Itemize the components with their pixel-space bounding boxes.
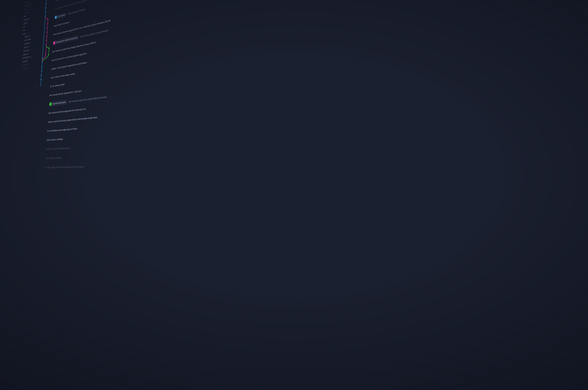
ref-label: origin/slot-optimization: [52, 101, 66, 105]
tag-icon: [55, 15, 57, 19]
ref-label: v2.6.0-beta.2: [57, 13, 65, 18]
commit-row[interactable]: chore: update comment: [31, 152, 157, 161]
commit-message: test: fix tests in IE/Edge: [47, 138, 63, 142]
tree-item-label: .gitignore: [23, 53, 28, 56]
commit-message: test: test cases for v-on/v-bind dynamic…: [52, 52, 87, 62]
tag-badge[interactable]: v2.6.0-beta.2: [54, 12, 67, 20]
tree-item-label: types: [23, 32, 26, 35]
chevron-right-icon: ▸: [24, 6, 24, 7]
chevron-right-icon: ▸: [22, 27, 23, 28]
chevron-right-icon: ▸: [23, 13, 24, 14]
chevron-right-icon: ▸: [23, 9, 24, 11]
commit-message: chore: update comment: [46, 156, 62, 160]
commit-row[interactable]: refactor: simplify timestamp check: [32, 141, 158, 152]
git-history: build: build 2.6.0-beta.2build: fix feat…: [34, 0, 164, 117]
commit-node[interactable]: [46, 40, 47, 41]
commit-node[interactable]: [41, 66, 42, 67]
git-branch-icon: [53, 41, 55, 45]
blank-icon: [22, 44, 23, 45]
commit-side-message: perf: improve scoped slots change detect…: [69, 96, 107, 103]
commit-side-message: build: release 2.6.0-beta.2: [68, 8, 86, 15]
git-branch-icon: [49, 102, 52, 106]
chevron-right-icon: ▸: [24, 2, 25, 4]
commit-message: fix: async edge case fix should apply to…: [45, 165, 84, 169]
commit-node[interactable]: [41, 75, 42, 76]
commit-message: feat: dynamic directive arguments for v-…: [48, 108, 86, 115]
commit-message: feat: handle dynamic argument for v-bind…: [49, 90, 82, 97]
chevron-right-icon: ▸: [22, 30, 23, 32]
tree-item-label: src: [23, 26, 25, 28]
blank-icon: [22, 55, 22, 55]
commit-node[interactable]: [45, 7, 46, 9]
commit-message: refactor: extend dom-props update skip t…: [48, 116, 97, 123]
app-window: ▸.github▸benchmarks▸dist▸examples▸flow▸p…: [14, 0, 164, 119]
blank-icon: [21, 66, 22, 66]
commit-row[interactable]: fix: async edge case fix should apply to…: [30, 163, 157, 170]
chevron-right-icon: ▸: [23, 16, 24, 18]
chevron-right-icon: ▸: [23, 20, 23, 21]
commit-message: fix: fix middle modifier: [50, 83, 65, 88]
tree-item-label: flow: [24, 15, 26, 18]
tree-item-label: README.md: [22, 66, 30, 70]
commit-node[interactable]: [45, 15, 46, 17]
chevron-right-icon: ▸: [22, 34, 22, 35]
commit-node[interactable]: [49, 48, 50, 49]
tree-item-label: test: [23, 29, 25, 32]
commit-message: refactor: simplify timestamp check: [46, 147, 70, 150]
commit-message: build: build 2.6.0-beta.2: [54, 21, 70, 27]
commit-node[interactable]: [46, 31, 47, 33]
tree-item-label: LICENSE: [22, 60, 28, 63]
commit-message: refactor: v-bind dynamic arguments use b…: [51, 61, 87, 70]
commit-side-message: feat: dynamic args for custom directives: [80, 29, 109, 38]
tree-item-label: dist: [24, 8, 27, 11]
branch-badge[interactable]: origin/slot-optimization: [49, 100, 67, 106]
blank-icon: [22, 51, 23, 52]
ref-label: origin/dynamic-directive-arguments: [56, 36, 77, 44]
commit-message: fix: fix checkbox event edge case in Fir…: [47, 127, 77, 132]
commit-node[interactable]: [42, 57, 43, 59]
branch-badge[interactable]: origin/dynamic-directive-arguments: [53, 35, 78, 45]
tree-item-label: scripts: [24, 22, 27, 25]
commit-message: test: fix tests, resolve helper conflict: [51, 72, 75, 79]
commit-node[interactable]: [47, 23, 48, 24]
chevron-right-icon: ▸: [22, 23, 23, 24]
